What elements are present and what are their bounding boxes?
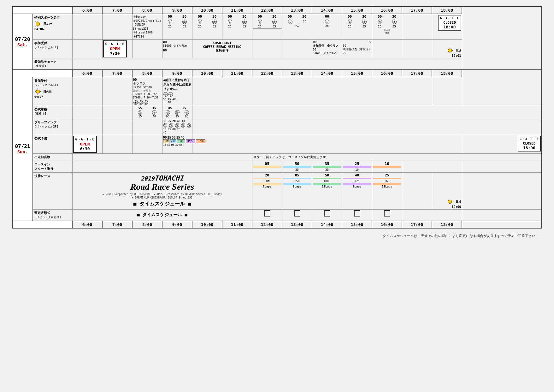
cell-course-empty2 (402, 161, 462, 172)
time-col2-1300: 13:00 (282, 70, 312, 77)
row-label-reception-sat: 参加受付 [パドックビル1F] (33, 39, 72, 58)
cell-ceremony-1300 (282, 209, 312, 221)
time-col-b-1100: 11:00 (222, 221, 252, 228)
cell-prestart-note: スタート前チェックは、コースイン時に実施します。 (252, 153, 542, 161)
cell-ceremony-logo-area: ■ タイムスケジュール ■ (72, 209, 252, 221)
time-col-b-800: 8:00 (132, 221, 162, 228)
cell-sports-1300: 00 30 ① 25 55/ (282, 14, 312, 39)
time-col-b-1300: 13:00 (282, 221, 312, 228)
svg-line-8 (36, 26, 36, 27)
cell-ceremony-1200 (252, 209, 282, 221)
time-col-700: 7:00 (102, 7, 132, 14)
time-col-b-900: 9:00 (162, 221, 192, 228)
time-col-800: 8:00 (132, 7, 162, 14)
day1-weekday: Sat. (14, 42, 31, 47)
time-col2-600: 6:00 (72, 70, 102, 77)
sat-sports-row: 07/20 Sat. 特別スポーツ走行 (12, 14, 542, 39)
time-col-b-600: 6:00 (72, 221, 102, 228)
time-col-1800: 18:00 (432, 7, 462, 14)
time-header-row-2: 6:00 7:00 8:00 9:00 10:00 11:00 12:00 13… (12, 70, 542, 77)
svg-line-6 (40, 26, 40, 27)
svg-line-7 (40, 22, 40, 22)
cell-sports-1800-sat: G・A・T・E CLOSED 18:00 (432, 14, 462, 39)
cell-race-1600 (402, 172, 432, 209)
row-label-reception-sun: 参加受付 [パドックビル1F] 日の出 04:07 (33, 77, 72, 106)
cell-brief-800 (132, 119, 162, 135)
cell-course-1200: 05 (252, 161, 282, 172)
cell-qual-1800-gate: G・A・T・E CLOSED 18:00 (462, 135, 542, 153)
gate-open-sat: G・A・T・E OPEN 7:30 (103, 40, 127, 57)
sun-ceremony-row: 暫定表彰式 [1Aピット上表彰台] ■ タイムスケジュール ■ (12, 209, 542, 221)
cell-sports-1500: 00 30 ② ③ 25 55 (342, 14, 372, 39)
time-col-b-1800: 18:00 (432, 221, 462, 228)
time-col-b-1700: 17:00 (402, 221, 432, 228)
cell-recept-sat-1000-kushitani: KUSHITANI COFFEE BREAK MEETING 体験走行 (192, 39, 252, 58)
time-col2-1600: 16:00 (372, 70, 402, 77)
time-col2-1400: 14:00 (312, 70, 342, 77)
row-label-ceremony-sun: 暫定表彰式 [1Aピット上表彰台] (33, 209, 72, 221)
cell-sports-1400: 00 ① 25 (312, 14, 342, 39)
time-col2-1500: 15:00 (342, 70, 372, 77)
cell-recept-sat-1700 (402, 39, 432, 58)
sunrise-time-sat: 日の出 (43, 22, 53, 26)
sports-label: 特別スポーツ走行 (34, 15, 71, 20)
time-col-b-1200: 12:00 (252, 221, 282, 228)
cell-race-1700: 日没 19:00 (432, 172, 462, 209)
row-label-sports: 特別スポーツ走行 日の出 04:06 (33, 14, 72, 39)
footnote: タイムスケジュールは、天候その他の理由により変更になる場合がありますので予めご了… (12, 232, 542, 240)
time-col2-1700: 17:00 (402, 70, 432, 77)
row-label-coursestart-sun: コースイン スタート進行 (33, 161, 72, 172)
time-header-row-bottom: 6:00 7:00 8:00 9:00 10:00 11:00 12:00 13… (12, 221, 542, 228)
gate-closed-sat: G・A・T・E CLOSED 18:00 (438, 15, 461, 31)
svg-point-12 (36, 90, 40, 93)
cell-insp-1000-plus (192, 106, 542, 119)
cell-sports-1100: 00 30 ① ② 25 55 (222, 14, 252, 39)
time-col-1400: 14:00 (312, 7, 342, 14)
cell-race-logo: 2019TOHACHI Road Race Series ▪️ ST600 Su… (72, 172, 252, 209)
time-col-1200: 12:00 (252, 7, 282, 14)
cell-qual-1000-plus (192, 135, 462, 153)
cell-recept-sat-700: G・A・T・E OPEN 7:30 (102, 39, 132, 58)
cell-ceremony-1600-plus (402, 209, 462, 221)
sun-inspection-row: 公式車検 [車検場] 5515 ①② 1540 0535 (12, 106, 542, 119)
cell-sports-800: ①Sunday ②JP250/Dream Cup DUNLOP Street25… (132, 14, 162, 39)
cell-equipment-sat-empty (72, 58, 462, 70)
time-col-1300: 13:00 (282, 7, 312, 14)
cell-recept-sun-600 (72, 77, 102, 106)
cell-sports-1200: 00 30 ③ ④ 25 55 (252, 14, 282, 39)
cell-ceremony-1400 (342, 209, 372, 221)
time-col-b-700: 7:00 (102, 221, 132, 228)
row-label-qualifying-sun: 公式予選 (33, 135, 72, 153)
cell-race-1400: 40 JP250 8Laps (342, 172, 372, 209)
cell-qual-700 (102, 135, 132, 153)
cell-insp-600 (72, 106, 102, 119)
cell-course-1350: 35 25 (312, 161, 342, 172)
cell-sports-900: 00 30 ① ② 25 55 (162, 14, 192, 39)
time-col2-1100: 11:00 (222, 70, 252, 77)
cell-race-1800 (462, 172, 542, 209)
cell-insp-900: 0535 ③④⑤ 053505 (162, 106, 192, 119)
cell-sports-700 (102, 14, 132, 39)
time-col-1500: 15:00 (342, 7, 372, 14)
time-col2-900: 9:00 (162, 70, 192, 77)
time-col-b-1500: 15:00 (342, 221, 372, 228)
sun-coursestart-row: コースイン スタート進行 05 50 35 35 25 (12, 161, 542, 172)
row-label-briefing-sun: ブリーフィング [パドックビル2F] (33, 119, 72, 135)
cell-recept-sun-1800 (432, 77, 462, 106)
svg-point-0 (36, 22, 40, 26)
time-col-600: 6:00 (72, 7, 102, 14)
sports-800-race-info: ①Sunday ②JP250/Dream Cup DUNLOP Street25… (133, 15, 162, 39)
time-col-b-1600: 16:00 (372, 221, 402, 228)
day2-date: 07/21 (14, 143, 31, 149)
sun-race-row: 決勝レース 2019TOHACHI Road Race Series ▪️ ST… (12, 172, 542, 209)
cell-recept-sun-1000-empty (192, 77, 432, 106)
cell-recept-sat-600 (72, 39, 102, 58)
cell-brief-600 (72, 119, 102, 135)
sun-briefing-row: ブリーフィング [パドックビル2F] 3055204510 ①②③④⑤ 1035… (12, 119, 542, 135)
svg-point-9 (448, 49, 452, 52)
time-col-1100: 11:00 (222, 7, 252, 14)
cell-recept-sat-1800: 日没 19:01 (432, 39, 462, 58)
cell-recept-sat-1500: 30 30 装備品検査（車検場） 00 (342, 39, 372, 58)
time-col-1600: 16:00 (372, 7, 402, 14)
time-col-1000: 10:00 (192, 7, 222, 14)
